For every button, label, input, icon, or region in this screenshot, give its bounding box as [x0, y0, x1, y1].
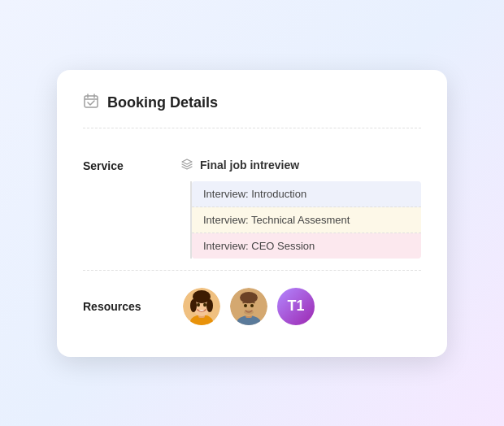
svg-point-18	[240, 292, 258, 303]
svg-rect-0	[85, 96, 98, 107]
avatar-placeholder-t1: T1	[275, 285, 317, 328]
sub-items-list: Interview: Introduction Interview: Techn…	[190, 181, 421, 259]
svg-marker-4	[182, 159, 192, 164]
svg-point-20	[250, 304, 254, 307]
service-label: Service	[83, 158, 180, 172]
card-header: Booking Details	[83, 93, 421, 128]
booking-details-card: Booking Details Service Final job intrev…	[57, 70, 447, 357]
svg-point-11	[206, 299, 213, 312]
page-title: Booking Details	[107, 94, 218, 111]
avatar-female	[180, 285, 223, 328]
resources-label: Resources	[83, 300, 180, 313]
layers-icon	[180, 158, 193, 173]
list-item: Interview: CEO Session	[192, 233, 421, 259]
list-item: Interview: Technical Assesment	[192, 207, 421, 233]
main-service-row: Final job intreview	[180, 158, 421, 173]
svg-point-10	[190, 299, 197, 312]
avatar-male	[228, 285, 270, 328]
service-content: Final job intreview Interview: Introduct…	[180, 158, 421, 259]
svg-point-21	[244, 310, 254, 315]
service-section: Service Final job intreview Interview: I…	[83, 146, 421, 271]
avatars-group: T1	[180, 285, 322, 328]
resources-section: Resources	[83, 271, 421, 331]
main-service-label: Final job intreview	[200, 159, 299, 172]
calendar-check-icon	[83, 93, 99, 113]
svg-point-13	[203, 302, 206, 306]
list-item: Interview: Introduction	[192, 181, 421, 207]
svg-point-12	[197, 302, 200, 306]
avatar-initials: T1	[287, 298, 304, 315]
svg-point-19	[244, 304, 247, 307]
